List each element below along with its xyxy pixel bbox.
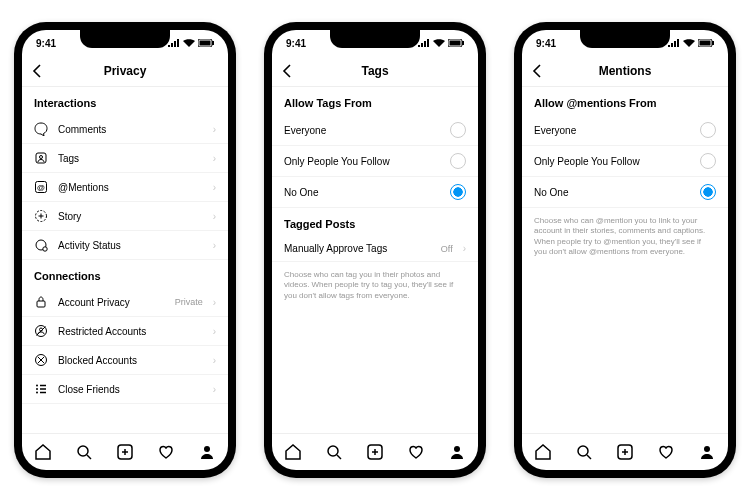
- chevron-right-icon: ›: [213, 384, 216, 395]
- wifi-icon: [183, 39, 195, 47]
- svg-rect-32: [450, 41, 461, 46]
- blocked-icon: [34, 353, 48, 367]
- plus-square-icon: [116, 443, 134, 461]
- phone-notch: [330, 30, 420, 48]
- status-time: 9:41: [536, 38, 556, 49]
- helper-text: Choose who can tag you in their photos a…: [272, 262, 478, 309]
- allow-tags-title: Allow Tags From: [272, 87, 478, 115]
- radio-unchecked-icon: [700, 122, 716, 138]
- tab-new-post[interactable]: [366, 443, 384, 461]
- row-account-privacy[interactable]: Account Privacy Private ›: [22, 288, 228, 317]
- tagged-posts-title: Tagged Posts: [272, 208, 478, 236]
- mention-icon: @: [34, 180, 48, 194]
- content: Allow @mentions From Everyone Only Peopl…: [522, 87, 728, 433]
- row-close-friends[interactable]: Close Friends ›: [22, 375, 228, 404]
- tab-search[interactable]: [575, 443, 593, 461]
- tab-search[interactable]: [325, 443, 343, 461]
- lock-icon: [34, 295, 48, 309]
- row-mentions[interactable]: @ @Mentions ›: [22, 173, 228, 202]
- tab-new-post[interactable]: [116, 443, 134, 461]
- svg-point-39: [454, 446, 460, 452]
- tab-home[interactable]: [34, 443, 52, 461]
- row-label: Close Friends: [58, 384, 203, 395]
- status-indicators: [668, 39, 714, 47]
- tab-new-post[interactable]: [616, 443, 634, 461]
- svg-rect-1: [200, 41, 211, 46]
- tab-profile[interactable]: [198, 443, 216, 461]
- option-no-one[interactable]: No One: [272, 177, 478, 208]
- tab-activity[interactable]: [657, 443, 675, 461]
- tab-bar: [522, 433, 728, 470]
- option-everyone[interactable]: Everyone: [522, 115, 728, 146]
- section-connections-title: Connections: [22, 260, 228, 288]
- allow-mentions-title: Allow @mentions From: [522, 87, 728, 115]
- wifi-icon: [433, 39, 445, 47]
- status-indicators: [418, 39, 464, 47]
- svg-point-30: [204, 446, 210, 452]
- story-icon: [34, 209, 48, 223]
- row-restricted[interactable]: Restricted Accounts ›: [22, 317, 228, 346]
- search-icon: [325, 443, 343, 461]
- chevron-right-icon: ›: [213, 355, 216, 366]
- svg-point-4: [40, 156, 43, 159]
- tab-activity[interactable]: [157, 443, 175, 461]
- phone-notch: [580, 30, 670, 48]
- radio-unchecked-icon: [450, 153, 466, 169]
- chevron-right-icon: ›: [213, 211, 216, 222]
- battery-icon: [698, 39, 714, 47]
- tab-activity[interactable]: [407, 443, 425, 461]
- row-manually-approve[interactable]: Manually Approve Tags Off ›: [272, 236, 478, 262]
- signal-icon: [418, 39, 430, 47]
- tab-search[interactable]: [75, 443, 93, 461]
- chevron-right-icon: ›: [463, 243, 466, 254]
- row-story[interactable]: Story ›: [22, 202, 228, 231]
- home-icon: [34, 443, 52, 461]
- svg-point-25: [78, 446, 88, 456]
- back-button[interactable]: [32, 64, 42, 78]
- option-label: Everyone: [534, 125, 690, 136]
- option-everyone[interactable]: Everyone: [272, 115, 478, 146]
- radio-checked-icon: [700, 184, 716, 200]
- page-title: Tags: [361, 64, 388, 78]
- tab-profile[interactable]: [448, 443, 466, 461]
- section-interactions-title: Interactions: [22, 87, 228, 115]
- svg-line-35: [337, 455, 341, 459]
- row-label: Account Privacy: [58, 297, 165, 308]
- search-icon: [75, 443, 93, 461]
- row-activity-status[interactable]: Activity Status ›: [22, 231, 228, 260]
- option-label: Everyone: [284, 125, 440, 136]
- search-icon: [575, 443, 593, 461]
- row-comments[interactable]: Comments ›: [22, 115, 228, 144]
- plus-square-icon: [366, 443, 384, 461]
- option-label: No One: [534, 187, 690, 198]
- comment-icon: [34, 122, 48, 136]
- header: Mentions: [522, 56, 728, 87]
- option-label: Only People You Follow: [284, 156, 440, 167]
- profile-icon: [698, 443, 716, 461]
- phone-notch: [80, 30, 170, 48]
- phone-tags: 9:41 Tags Allow Tags From Everyone Only …: [264, 22, 486, 478]
- tab-profile[interactable]: [698, 443, 716, 461]
- svg-text:@: @: [37, 183, 45, 192]
- chevron-right-icon: ›: [213, 326, 216, 337]
- header: Tags: [272, 56, 478, 87]
- tab-home[interactable]: [534, 443, 552, 461]
- row-blocked[interactable]: Blocked Accounts ›: [22, 346, 228, 375]
- option-people-you-follow[interactable]: Only People You Follow: [272, 146, 478, 177]
- chevron-left-icon: [32, 64, 42, 78]
- svg-point-11: [43, 247, 47, 251]
- row-label: Comments: [58, 124, 203, 135]
- svg-rect-33: [462, 41, 464, 45]
- tab-home[interactable]: [284, 443, 302, 461]
- row-label: Manually Approve Tags: [284, 243, 431, 254]
- home-icon: [284, 443, 302, 461]
- radio-unchecked-icon: [450, 122, 466, 138]
- back-button[interactable]: [282, 64, 292, 78]
- heart-icon: [407, 443, 425, 461]
- row-tags[interactable]: Tags ›: [22, 144, 228, 173]
- profile-icon: [448, 443, 466, 461]
- row-label: Story: [58, 211, 203, 222]
- option-people-you-follow[interactable]: Only People You Follow: [522, 146, 728, 177]
- back-button[interactable]: [532, 64, 542, 78]
- option-no-one[interactable]: No One: [522, 177, 728, 208]
